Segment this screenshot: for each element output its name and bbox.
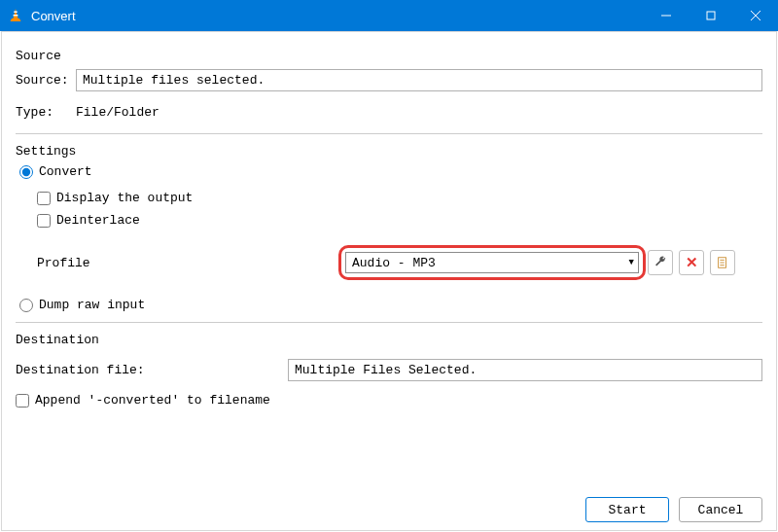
chevron-down-icon: ▼ (629, 258, 634, 267)
wrench-icon (654, 256, 667, 269)
dump-raw-label: Dump raw input (39, 298, 145, 312)
svg-rect-1 (14, 15, 18, 17)
start-button[interactable]: Start (585, 497, 669, 522)
profile-label: Profile (37, 256, 338, 270)
window-title: Convert (31, 9, 644, 23)
type-value: File/Folder (76, 105, 159, 120)
titlebar: Convert (0, 0, 778, 31)
type-label: Type: (16, 105, 76, 120)
settings-section-label: Settings (16, 144, 762, 159)
vlc-cone-icon (8, 8, 23, 23)
close-button[interactable] (733, 0, 778, 31)
new-document-icon (716, 256, 729, 269)
button-bar: Start Cancel (585, 497, 762, 522)
x-icon: ✕ (686, 254, 698, 271)
destination-file-field[interactable]: Multiple Files Selected. (288, 359, 762, 381)
source-section-label: Source (16, 49, 762, 63)
new-profile-button[interactable] (710, 250, 735, 275)
deinterlace-row[interactable]: Deinterlace (37, 213, 762, 228)
svg-rect-3 (707, 12, 715, 19)
append-converted-checkbox[interactable] (16, 394, 29, 408)
deinterlace-checkbox[interactable] (37, 214, 51, 228)
display-output-checkbox[interactable] (37, 192, 51, 205)
convert-radio[interactable] (19, 165, 33, 179)
dump-raw-radio[interactable] (19, 299, 33, 312)
svg-rect-0 (14, 12, 17, 14)
convert-radio-row[interactable]: Convert (19, 164, 762, 179)
append-converted-label: Append '-converted' to filename (35, 393, 270, 408)
minimize-button[interactable] (644, 0, 689, 31)
profile-highlight: Audio - MP3 ▼ (338, 245, 646, 280)
convert-radio-label: Convert (39, 164, 92, 179)
window-controls (644, 0, 778, 31)
append-converted-row[interactable]: Append '-converted' to filename (16, 393, 762, 408)
display-output-row[interactable]: Display the output (37, 191, 762, 205)
display-output-label: Display the output (56, 191, 193, 205)
source-label: Source: (16, 73, 76, 88)
deinterlace-label: Deinterlace (56, 213, 140, 228)
divider (16, 133, 762, 134)
cancel-button[interactable]: Cancel (679, 497, 762, 522)
destination-section-label: Destination (16, 333, 762, 347)
maximize-button[interactable] (689, 0, 733, 31)
dump-raw-radio-row[interactable]: Dump raw input (19, 298, 762, 312)
delete-profile-button[interactable]: ✕ (679, 250, 704, 275)
destination-file-label: Destination file: (16, 363, 288, 377)
profile-select[interactable]: Audio - MP3 ▼ (345, 252, 639, 273)
divider-2 (16, 322, 762, 323)
profile-select-value: Audio - MP3 (352, 256, 436, 270)
edit-profile-button[interactable] (648, 250, 673, 275)
source-field[interactable]: Multiple files selected. (76, 69, 762, 91)
